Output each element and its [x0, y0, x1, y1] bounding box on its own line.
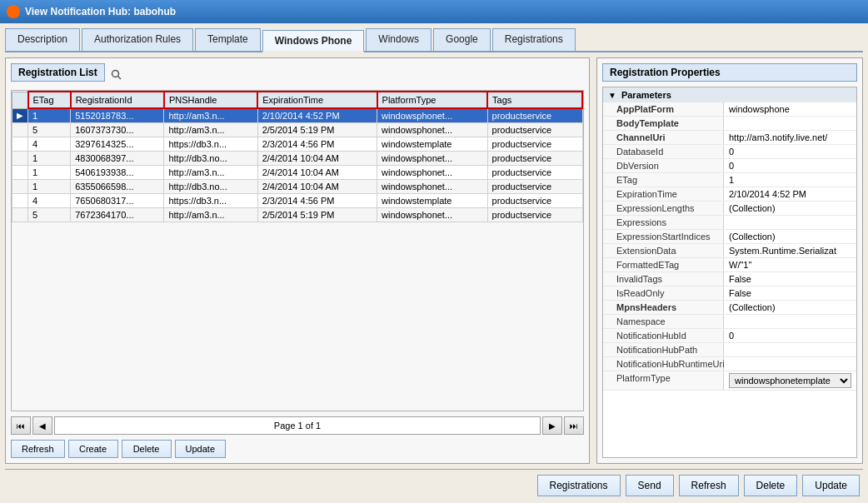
cell-pns: https://db3.n... [164, 194, 257, 208]
prop-val [724, 343, 856, 356]
col-platform: PlatformType [377, 92, 487, 108]
prop-key: IsReadOnly [603, 286, 724, 300]
cell-platform: windowsphonet... [377, 166, 487, 180]
props-row: AppPlatForm windowsphone [603, 102, 856, 117]
platform-type-select[interactable]: windowsphonetemplatewindowsphonewindowsg… [729, 373, 851, 388]
cell-exp: 2/5/2014 5:19 PM [257, 208, 377, 222]
cell-platform: windowsphonet... [377, 108, 487, 123]
cell-platform: windowsphonet... [377, 123, 487, 137]
cell-pns: http://am3.n... [164, 208, 257, 222]
refresh-button[interactable]: Refresh [11, 440, 65, 458]
prop-key: Namespace [603, 315, 724, 328]
props-row: IsReadOnly False [603, 286, 856, 301]
cell-platform: windowsphonet... [377, 152, 487, 166]
reg-list-title: Registration List [11, 63, 105, 82]
table-row[interactable]: 4 7650680317... https://db3.n... 2/3/201… [12, 194, 583, 208]
table-row[interactable]: 1 5406193938... http://am3.n... 2/4/2014… [12, 166, 583, 180]
col-pns: PNSHandle [164, 92, 257, 108]
cell-platform: windowsphonet... [377, 208, 487, 222]
prop-key: NotificationHubId [603, 329, 724, 342]
cell-tags: productservice [487, 123, 582, 137]
prop-key: DatabaseId [603, 145, 724, 158]
prop-val: (Collection) [724, 301, 856, 314]
props-row: InvalidTags False [603, 272, 856, 286]
tab-google[interactable]: Google [433, 28, 491, 51]
prop-key: ExpirationTime [603, 187, 724, 201]
prev-page-button[interactable]: ◀ [32, 416, 52, 435]
col-exp: ExpirationTime [257, 92, 377, 108]
props-row: NotificationHubRuntimeUri [603, 357, 856, 371]
table-row[interactable]: 1 4830068397... http://db3.no... 2/4/201… [12, 152, 583, 166]
cell-exp: 2/4/2014 10:04 AM [257, 152, 377, 166]
cell-regid: 3297614325... [71, 137, 164, 152]
delete-button[interactable]: Delete [122, 440, 172, 458]
prop-val: 0 [724, 159, 856, 172]
search-icon[interactable] [110, 68, 123, 82]
bottom-bar: Registrations Send Refresh Delete Update [5, 469, 863, 498]
prop-val: (Collection) [724, 202, 856, 215]
update-button[interactable]: Update [175, 440, 226, 458]
cell-pns: http://db3.no... [164, 180, 257, 194]
prop-val[interactable]: windowsphonetemplatewindowsphonewindowsg… [724, 371, 856, 390]
table-row[interactable]: 1 6355066598... http://db3.no... 2/4/201… [12, 180, 583, 194]
cell-regid: 7650680317... [71, 194, 164, 208]
cell-exp: 2/4/2014 10:04 AM [257, 180, 377, 194]
row-indicator [12, 166, 28, 180]
left-panel: Registration List ETag RegistrationId [5, 57, 590, 464]
app-icon [7, 5, 20, 18]
props-row: ExpirationTime 2/10/2014 4:52 PM [603, 187, 856, 202]
registration-table-container[interactable]: ETag RegistrationId PNSHandle Expiration… [11, 90, 584, 411]
cell-exp: 2/3/2014 4:56 PM [257, 194, 377, 208]
bottom-delete-button[interactable]: Delete [744, 475, 798, 496]
params-label: Parameters [621, 90, 671, 100]
cell-exp: 2/3/2014 4:56 PM [257, 137, 377, 152]
first-page-button[interactable]: ⏮ [11, 416, 31, 435]
reg-props-title: Registration Properties [602, 63, 857, 82]
props-row: PlatformType windowsphonetemplatewindows… [603, 371, 856, 391]
prop-val: 2/10/2014 4:52 PM [724, 187, 856, 201]
tab-template[interactable]: Template [195, 28, 261, 51]
svg-line-1 [117, 77, 121, 80]
cell-pns: http://am3.n... [164, 166, 257, 180]
cell-exp: 2/5/2014 5:19 PM [257, 123, 377, 137]
table-row[interactable]: ▶ 1 5152018783... http://am3.n... 2/10/2… [12, 108, 583, 123]
title-bar: View Notification Hub: babohub [0, 0, 868, 23]
cell-regid: 7672364170... [71, 208, 164, 222]
prop-val: 0 [724, 329, 856, 342]
last-page-button[interactable]: ⏭ [564, 416, 584, 435]
cell-exp: 2/4/2014 10:04 AM [257, 166, 377, 180]
cell-etag: 4 [28, 194, 71, 208]
props-row: Expressions [603, 216, 856, 230]
table-row[interactable]: 5 7672364170... http://am3.n... 2/5/2014… [12, 208, 583, 222]
bottom-registrations-button[interactable]: Registrations [537, 475, 621, 496]
bottom-send-button[interactable]: Send [626, 475, 674, 496]
tab-authorization-rules[interactable]: Authorization Rules [82, 28, 193, 51]
tab-windows[interactable]: Windows [366, 28, 432, 51]
cell-etag: 1 [28, 152, 71, 166]
tab-windows-phone[interactable]: Windows Phone [262, 30, 365, 52]
pagination: ⏮ ◀ Page 1 of 1 ▶ ⏭ [11, 416, 584, 435]
properties-tree[interactable]: ▼ Parameters AppPlatForm windowsphone Bo… [602, 87, 857, 458]
props-row: NotificationHubPath [603, 343, 856, 357]
cell-pns: https://db3.n... [164, 137, 257, 152]
table-row[interactable]: 4 3297614325... https://db3.n... 2/3/201… [12, 137, 583, 152]
bottom-update-button[interactable]: Update [802, 475, 860, 496]
table-row[interactable]: 5 1607373730... http://am3.n... 2/5/2014… [12, 123, 583, 137]
create-button[interactable]: Create [68, 440, 118, 458]
prop-val: 0 [724, 145, 856, 158]
prop-val: 1 [724, 173, 856, 187]
bottom-refresh-button[interactable]: Refresh [679, 475, 739, 496]
left-action-buttons: Refresh Create Delete Update [11, 440, 584, 458]
prop-val: windowsphone [724, 102, 856, 116]
prop-key: AppPlatForm [603, 102, 724, 116]
prop-key: ETag [603, 173, 724, 187]
tab-registrations[interactable]: Registrations [492, 28, 576, 51]
cell-pns: http://am3.n... [164, 123, 257, 137]
tab-description[interactable]: Description [5, 28, 80, 51]
col-regid: RegistrationId [71, 92, 164, 108]
prop-val: False [724, 272, 856, 286]
cell-etag: 1 [28, 180, 71, 194]
next-page-button[interactable]: ▶ [542, 416, 562, 435]
prop-key: ExpressionLengths [603, 202, 724, 215]
props-row: ETag 1 [603, 173, 856, 187]
